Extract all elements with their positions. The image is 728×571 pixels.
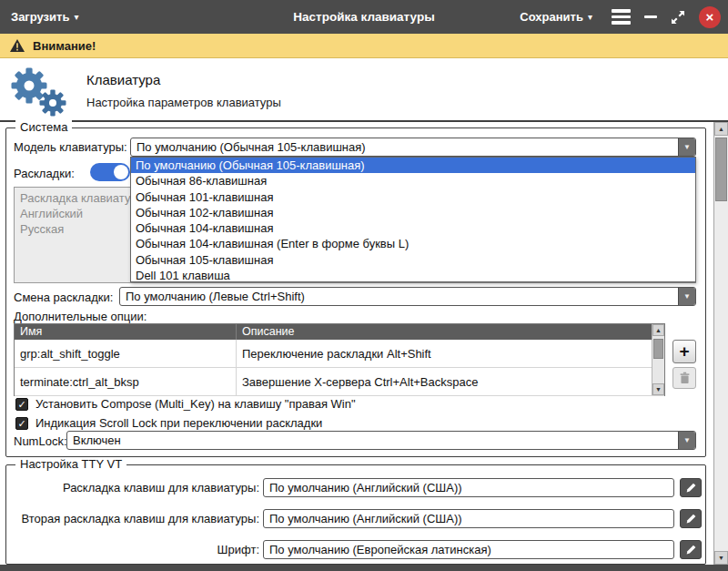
chevron-down-icon: ▾ bbox=[588, 12, 592, 22]
tty-layout2-field[interactable]: По умолчанию (Английский (США)) bbox=[263, 509, 674, 528]
combo-arrow-button[interactable]: ▼ bbox=[678, 138, 695, 156]
compose-checkbox[interactable]: ✓ bbox=[15, 398, 28, 411]
numlock-combobox[interactable]: Включен ▼ bbox=[66, 431, 696, 450]
switch-combobox[interactable]: По умолчанию (Левые Ctrl+Shift) ▼ bbox=[119, 287, 696, 306]
table-scrollbar[interactable]: ▲ ▼ bbox=[652, 324, 664, 395]
load-menu-label: Загрузить bbox=[11, 10, 69, 24]
expand-icon bbox=[671, 10, 685, 25]
delete-option-button[interactable] bbox=[672, 367, 696, 389]
dropdown-option[interactable]: По умолчанию (Обычная 105-клавишная) bbox=[131, 158, 695, 173]
switch-label: Смена раскладки: bbox=[14, 291, 113, 304]
warning-icon bbox=[9, 38, 25, 53]
keyboard-settings-window: Загрузить ▾ Настройка клавиатуры Сохрани… bbox=[0, 0, 728, 571]
pencil-icon bbox=[685, 544, 697, 556]
bottom-bar bbox=[0, 565, 728, 571]
menu-button[interactable] bbox=[612, 0, 631, 34]
tty-layout-label: Раскладка клавиш для клавиатуры: bbox=[12, 481, 259, 495]
tty-font-label: Шрифт: bbox=[12, 543, 259, 556]
scroll-up-button[interactable]: ▲ bbox=[714, 122, 728, 136]
dropdown-option[interactable]: Обычная 104-клавишная (Enter в форме бук… bbox=[131, 236, 695, 251]
numlock-label: NumLock: bbox=[14, 434, 67, 448]
edit-button[interactable] bbox=[680, 478, 702, 497]
page-subtitle: Настройка параметров клавиатуры bbox=[86, 96, 281, 109]
system-section: Система Модель клавиатуры: По умолчанию … bbox=[5, 127, 706, 457]
dropdown-option[interactable]: Обычная 86-клавишная bbox=[131, 173, 695, 189]
edit-button[interactable] bbox=[680, 540, 702, 559]
chevron-down-icon: ▾ bbox=[74, 12, 78, 22]
warning-text: Внимание! bbox=[33, 39, 96, 53]
option-description: Завершение X-сервера Ctrl+Alt+Backspace bbox=[237, 368, 652, 395]
gears-icon bbox=[7, 66, 67, 117]
page-header: Клавиатура Настройка параметров клавиату… bbox=[0, 58, 728, 122]
dropdown-option[interactable]: Обычная 102-клавишная bbox=[131, 205, 695, 220]
model-combobox[interactable]: По умолчанию (Обычная 105-клавишная) ▼ bbox=[130, 138, 696, 157]
option-name: grp:alt_shift_toggle bbox=[15, 340, 237, 367]
table-header: Имя Описание bbox=[15, 324, 664, 340]
scrollbar-thumb[interactable] bbox=[653, 339, 663, 359]
layouts-toggle[interactable] bbox=[90, 163, 130, 181]
model-value: По умолчанию (Обычная 105-клавишная) bbox=[136, 138, 673, 156]
tty-font-field[interactable]: По умолчанию (Европейская латинская) bbox=[263, 540, 674, 559]
pencil-icon bbox=[685, 482, 697, 494]
title-bar: Загрузить ▾ Настройка клавиатуры Сохрани… bbox=[0, 0, 728, 34]
extra-options-label: Дополнительные опции: bbox=[14, 310, 147, 323]
table-row[interactable]: terminate:ctrl_alt_bksp Завершение X-сер… bbox=[15, 368, 664, 396]
trash-icon bbox=[679, 372, 691, 384]
option-name: terminate:ctrl_alt_bksp bbox=[15, 368, 237, 395]
scroll-down-button[interactable]: ▼ bbox=[652, 383, 664, 395]
scrolllock-checkbox-row: ✓ Индикация Scroll Lock при переключении… bbox=[15, 416, 322, 430]
titlebar-actions: Сохранить ▾ × bbox=[514, 0, 721, 34]
scroll-up-icon: ▲ bbox=[655, 327, 662, 333]
minimize-button[interactable] bbox=[644, 0, 657, 34]
option-description: Переключение раскладки Alt+Shift bbox=[237, 340, 652, 367]
warning-bar: Внимание! bbox=[0, 34, 728, 58]
numlock-value: Включен bbox=[73, 432, 673, 449]
scroll-down-icon: ▼ bbox=[655, 386, 662, 393]
minimize-icon bbox=[644, 15, 657, 18]
tty-legend: Настройка TTY VT bbox=[15, 457, 126, 471]
table-row[interactable]: grp:alt_shift_toggle Переключение раскла… bbox=[15, 340, 664, 368]
close-icon: × bbox=[706, 9, 714, 25]
chevron-down-icon: ▼ bbox=[683, 436, 691, 444]
close-button[interactable]: × bbox=[699, 6, 721, 28]
page-title: Клавиатура bbox=[86, 72, 160, 87]
hamburger-icon bbox=[612, 9, 631, 25]
scroll-down-button[interactable]: ▼ bbox=[714, 551, 728, 565]
model-dropdown-list: По умолчанию (Обычная 105-клавишная) Обы… bbox=[130, 157, 696, 282]
column-header-description: Описание bbox=[237, 324, 652, 340]
tty-layout2-label: Вторая раскладка клавиш для клавиатуры: bbox=[12, 512, 259, 525]
tty-section: Настройка TTY VT Раскладка клавиш для кл… bbox=[5, 464, 706, 565]
system-legend: Система bbox=[15, 120, 72, 134]
model-label: Модель клавиатуры: bbox=[14, 140, 127, 154]
toggle-knob bbox=[114, 165, 128, 179]
expand-button[interactable] bbox=[671, 0, 685, 34]
scrolllock-checkbox-label: Индикация Scroll Lock при переключении р… bbox=[35, 416, 322, 430]
scrolllock-checkbox[interactable]: ✓ bbox=[15, 417, 28, 430]
main-scrollbar[interactable]: ▲ ▼ bbox=[713, 122, 728, 565]
combo-arrow-button[interactable]: ▼ bbox=[678, 432, 695, 449]
column-header-name: Имя bbox=[15, 324, 237, 340]
edit-button[interactable] bbox=[680, 509, 702, 528]
pencil-icon bbox=[685, 513, 697, 525]
add-option-button[interactable]: + bbox=[672, 340, 696, 363]
dropdown-option[interactable]: Обычная 105-клавишная bbox=[131, 252, 695, 268]
scroll-up-button[interactable]: ▲ bbox=[652, 324, 664, 336]
dropdown-option[interactable]: Обычная 104-клавишная bbox=[131, 220, 695, 236]
options-table: Имя Описание grp:alt_shift_toggle Перекл… bbox=[14, 323, 665, 396]
load-menu-button[interactable]: Загрузить ▾ bbox=[5, 0, 84, 34]
dropdown-option[interactable]: Обычная 101-клавишная bbox=[131, 189, 695, 205]
compose-checkbox-label: Установить Compose (Multi_Key) на клавиш… bbox=[35, 397, 356, 411]
scroll-up-icon: ▲ bbox=[718, 126, 724, 132]
plus-icon: + bbox=[679, 342, 689, 362]
scrollbar-thumb[interactable] bbox=[715, 138, 727, 201]
combo-arrow-button[interactable]: ▼ bbox=[678, 288, 695, 305]
chevron-down-icon: ▼ bbox=[683, 143, 691, 151]
layouts-label: Раскладки: bbox=[14, 167, 75, 180]
chevron-down-icon: ▼ bbox=[683, 292, 691, 301]
dropdown-option[interactable]: Dell 101 клавиша bbox=[131, 268, 695, 283]
compose-checkbox-row: ✓ Установить Compose (Multi_Key) на клав… bbox=[15, 397, 356, 411]
save-menu-button[interactable]: Сохранить ▾ bbox=[514, 0, 598, 34]
scroll-down-icon: ▼ bbox=[718, 555, 724, 561]
tty-layout-field[interactable]: По умолчанию (Английский (США)) bbox=[263, 478, 674, 497]
check-icon: ✓ bbox=[17, 399, 25, 410]
